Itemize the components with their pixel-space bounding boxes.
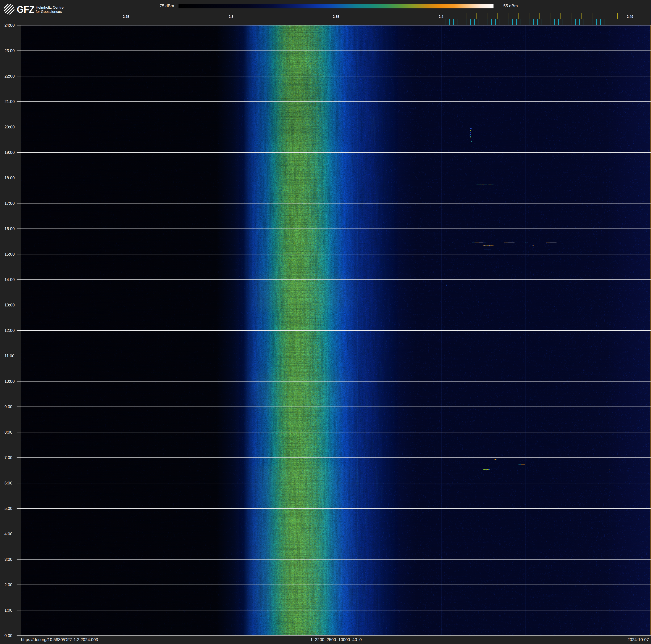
svg-text:-75 dBm: -75 dBm xyxy=(158,4,174,8)
svg-text:15:00: 15:00 xyxy=(4,252,15,257)
svg-text:5:00: 5:00 xyxy=(4,506,12,511)
svg-text:16:00: 16:00 xyxy=(4,226,15,231)
svg-text:2.3: 2.3 xyxy=(229,15,233,19)
svg-text:2.25: 2.25 xyxy=(123,15,129,19)
svg-text:2.49: 2.49 xyxy=(627,15,633,19)
svg-text:GFZ: GFZ xyxy=(17,4,34,15)
svg-text:0:00: 0:00 xyxy=(4,633,12,638)
svg-text:18:00: 18:00 xyxy=(4,176,15,180)
svg-text:22:00: 22:00 xyxy=(4,74,15,79)
svg-text:19:00: 19:00 xyxy=(4,150,15,155)
svg-text:1_2200_2500_10000_40_0: 1_2200_2500_10000_40_0 xyxy=(310,637,362,642)
svg-text:Helmholtz Centre: Helmholtz Centre xyxy=(36,5,64,9)
svg-text:for Geosciences: for Geosciences xyxy=(36,9,62,14)
svg-text:8:00: 8:00 xyxy=(4,430,12,435)
svg-text:3:00: 3:00 xyxy=(4,557,12,562)
svg-text:4:00: 4:00 xyxy=(4,531,12,536)
svg-text:23:00: 23:00 xyxy=(4,48,15,53)
svg-text:24:00: 24:00 xyxy=(4,23,15,28)
svg-text:11:00: 11:00 xyxy=(4,354,14,358)
svg-text:13:00: 13:00 xyxy=(4,303,15,307)
svg-text:2:00: 2:00 xyxy=(4,582,12,587)
svg-text:1:00: 1:00 xyxy=(4,608,12,612)
svg-text:-55 dBm: -55 dBm xyxy=(502,4,518,8)
svg-text:7:00: 7:00 xyxy=(4,455,12,460)
svg-text:10:00: 10:00 xyxy=(4,379,15,384)
svg-text:6:00: 6:00 xyxy=(4,481,12,485)
svg-text:https://doi.org/10.5880/GFZ.1.: https://doi.org/10.5880/GFZ.1.2.2024.003 xyxy=(21,637,98,642)
svg-text:17:00: 17:00 xyxy=(4,201,15,206)
svg-text:12:00: 12:00 xyxy=(4,328,15,333)
svg-text:9:00: 9:00 xyxy=(4,404,12,409)
svg-text:2024-10-07: 2024-10-07 xyxy=(627,637,649,642)
svg-text:21:00: 21:00 xyxy=(4,99,15,104)
svg-text:2.35: 2.35 xyxy=(333,15,339,19)
svg-text:2.4: 2.4 xyxy=(439,15,443,19)
svg-text:14:00: 14:00 xyxy=(4,277,15,282)
svg-text:20:00: 20:00 xyxy=(4,125,15,129)
